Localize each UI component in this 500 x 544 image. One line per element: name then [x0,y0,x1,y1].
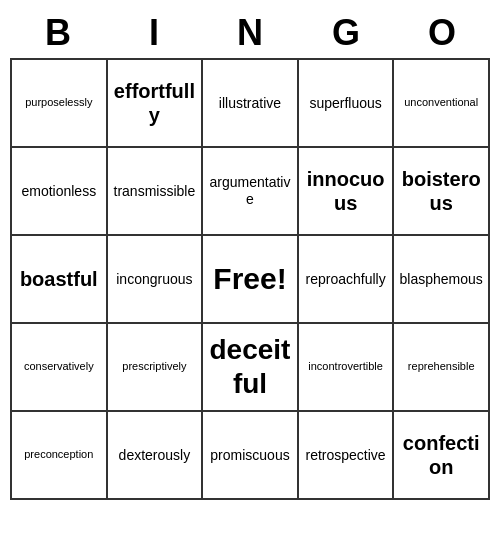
cell-0-3: superfluous [299,60,395,148]
header-letter: O [394,8,490,58]
header-letter: N [202,8,298,58]
cell-4-3: retrospective [299,412,395,500]
cell-1-2: argumentative [203,148,299,236]
cell-3-1: prescriptively [108,324,204,412]
cell-3-4: reprehensible [394,324,490,412]
cell-0-0: purposelessly [12,60,108,148]
cell-4-1: dexterously [108,412,204,500]
cell-2-4: blasphemous [394,236,490,324]
cell-2-2: Free! [203,236,299,324]
cell-4-2: promiscuous [203,412,299,500]
bingo-card: BINGO purposelesslyeffortfullyillustrati… [10,8,490,500]
header-letter: B [10,8,106,58]
cell-1-3: innocuous [299,148,395,236]
cell-3-2: deceitful [203,324,299,412]
cell-0-2: illustrative [203,60,299,148]
cell-1-0: emotionless [12,148,108,236]
cell-4-4: confection [394,412,490,500]
cell-1-1: transmissible [108,148,204,236]
cell-2-3: reproachfully [299,236,395,324]
cell-2-1: incongruous [108,236,204,324]
bingo-grid: purposelesslyeffortfullyillustrativesupe… [10,58,490,500]
cell-3-0: conservatively [12,324,108,412]
header-letter: G [298,8,394,58]
cell-1-4: boisterous [394,148,490,236]
bingo-header: BINGO [10,8,490,58]
cell-4-0: preconception [12,412,108,500]
cell-2-0: boastful [12,236,108,324]
cell-0-4: unconventional [394,60,490,148]
cell-0-1: effortfully [108,60,204,148]
cell-3-3: incontrovertible [299,324,395,412]
header-letter: I [106,8,202,58]
